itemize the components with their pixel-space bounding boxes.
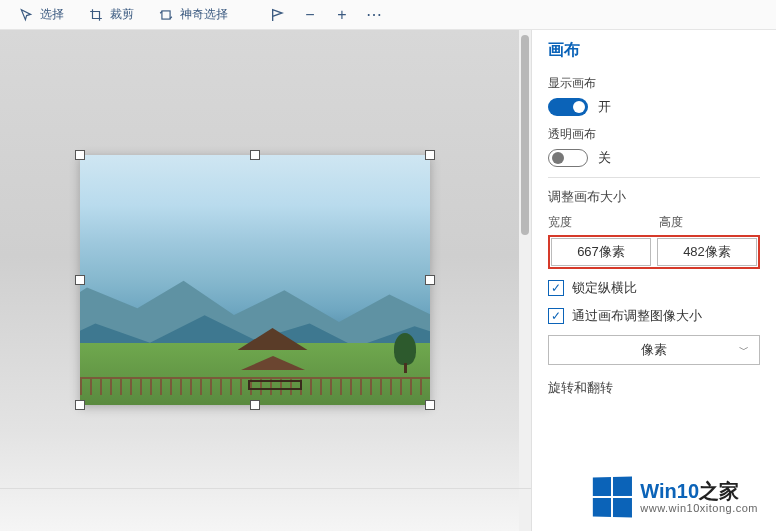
rotate-flip-title: 旋转和翻转	[548, 379, 760, 397]
height-input[interactable]: 482像素	[657, 238, 757, 266]
resize-image-checkbox[interactable]: ✓	[548, 308, 564, 324]
more-button[interactable]: ⋯	[360, 1, 388, 29]
width-label: 宽度	[548, 214, 649, 231]
toolbar: 选择 裁剪 神奇选择 − + ⋯	[0, 0, 776, 30]
crop-icon	[88, 7, 104, 23]
resize-handle-tl[interactable]	[75, 150, 85, 160]
image-selection[interactable]	[80, 155, 430, 405]
crop-button[interactable]: 裁剪	[78, 2, 144, 27]
resize-handle-mr[interactable]	[425, 275, 435, 285]
show-canvas-state: 开	[598, 98, 611, 116]
magic-select-icon	[158, 7, 174, 23]
cursor-icon	[18, 7, 34, 23]
width-input[interactable]: 667像素	[551, 238, 651, 266]
resize-handle-tr[interactable]	[425, 150, 435, 160]
unit-select[interactable]: 像素 ﹀	[548, 335, 760, 365]
transparent-canvas-state: 关	[598, 149, 611, 167]
svg-rect-0	[162, 10, 170, 18]
chevron-down-icon: ﹀	[739, 343, 749, 357]
zoom-out-button[interactable]: −	[296, 1, 324, 29]
watermark-brand: Win10之家	[640, 481, 758, 501]
resize-handle-bm[interactable]	[250, 400, 260, 410]
select-button[interactable]: 选择	[8, 2, 74, 27]
watermark: Win10之家 www.win10xitong.com	[586, 473, 764, 521]
vertical-scrollbar[interactable]	[519, 30, 531, 531]
flag-icon[interactable]	[264, 1, 292, 29]
magic-select-label: 神奇选择	[180, 6, 228, 23]
windows-logo-icon	[593, 477, 632, 518]
show-canvas-label: 显示画布	[548, 75, 760, 92]
lock-ratio-label: 锁定纵横比	[572, 279, 637, 297]
unit-select-value: 像素	[641, 341, 667, 359]
transparent-canvas-toggle[interactable]	[548, 149, 588, 167]
zoom-in-button[interactable]: +	[328, 1, 356, 29]
resize-handle-bl[interactable]	[75, 400, 85, 410]
scrollbar-thumb[interactable]	[521, 35, 529, 235]
resize-section-title: 调整画布大小	[548, 188, 760, 206]
resize-image-label: 通过画布调整图像大小	[572, 307, 702, 325]
crop-label: 裁剪	[110, 6, 134, 23]
resize-handle-ml[interactable]	[75, 275, 85, 285]
select-label: 选择	[40, 6, 64, 23]
canvas-image	[80, 155, 430, 405]
panel-title: 画布	[548, 40, 760, 61]
watermark-url: www.win10xitong.com	[640, 503, 758, 514]
canvas-area[interactable]	[0, 30, 531, 531]
height-label: 高度	[659, 214, 760, 231]
properties-panel: 画布 显示画布 开 透明画布 关 调整画布大小 宽度 高度 667像素 482像…	[531, 30, 776, 531]
transparent-canvas-label: 透明画布	[548, 126, 760, 143]
show-canvas-toggle[interactable]	[548, 98, 588, 116]
lock-ratio-checkbox[interactable]: ✓	[548, 280, 564, 296]
resize-handle-br[interactable]	[425, 400, 435, 410]
resize-handle-tm[interactable]	[250, 150, 260, 160]
dimension-inputs-highlight: 667像素 482像素	[548, 235, 760, 269]
magic-select-button[interactable]: 神奇选择	[148, 2, 238, 27]
